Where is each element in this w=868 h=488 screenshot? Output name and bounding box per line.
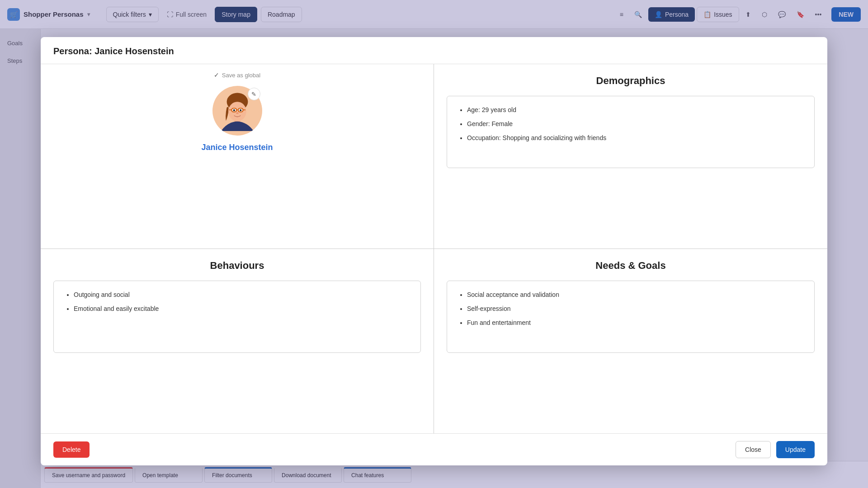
modal-footer: Delete Close Update (41, 433, 827, 465)
identity-quadrant: ✓ Save as global (41, 64, 434, 249)
needs-goals-title: Needs & Goals (447, 260, 815, 272)
avatar-container: ✎ (212, 86, 262, 136)
delete-label: Delete (62, 446, 80, 453)
avatar-edit-button[interactable]: ✎ (248, 88, 260, 100)
list-item: Emotional and easily excitable (74, 304, 410, 314)
list-item: Self-expression (467, 304, 803, 314)
list-item: Fun and entertainment (467, 318, 803, 328)
behaviours-info-box: Outgoing and social Emotional and easily… (53, 281, 421, 353)
update-button[interactable]: Update (776, 441, 815, 458)
modal-header: Persona: Janice Hosenstein (41, 37, 827, 64)
behaviours-title: Behaviours (53, 260, 421, 272)
svg-point-13 (236, 113, 238, 114)
save-global-container: ✓ Save as global (214, 71, 260, 79)
demographics-info-box: Age: 29 years old Gender: Female Occupat… (447, 96, 815, 168)
behaviours-list: Outgoing and social Emotional and easily… (65, 290, 410, 314)
list-item: Age: 29 years old (467, 105, 803, 115)
modal-body: ✓ Save as global (41, 64, 827, 433)
close-label: Close (745, 446, 761, 453)
list-item: Gender: Female (467, 119, 803, 129)
demographics-title: Demographics (447, 75, 815, 87)
demographics-quadrant: Demographics Age: 29 years old Gender: F… (434, 64, 827, 249)
save-global-check-icon: ✓ (214, 71, 219, 79)
update-label: Update (785, 446, 806, 453)
persona-modal: Persona: Janice Hosenstein ✓ Save as glo… (41, 37, 827, 465)
persona-name: Janice Hosenstein (201, 143, 273, 152)
list-item: Social acceptance and validation (467, 290, 803, 300)
footer-right-buttons: Close Update (736, 441, 815, 458)
svg-point-3 (228, 102, 246, 121)
modal-title: Persona: Janice Hosenstein (53, 46, 815, 56)
behaviours-quadrant: Behaviours Outgoing and social Emotional… (41, 249, 434, 434)
save-global-label: Save as global (222, 72, 260, 79)
needs-goals-quadrant: Needs & Goals Social acceptance and vali… (434, 249, 827, 434)
needs-goals-list: Social acceptance and validation Self-ex… (458, 290, 803, 328)
close-button[interactable]: Close (736, 441, 771, 458)
svg-point-6 (233, 109, 235, 112)
delete-button[interactable]: Delete (53, 441, 90, 458)
svg-point-7 (239, 109, 241, 112)
list-item: Outgoing and social (74, 290, 410, 300)
demographics-list: Age: 29 years old Gender: Female Occupat… (458, 105, 803, 143)
list-item: Occupation: Shopping and socializing wit… (467, 133, 803, 143)
needs-goals-info-box: Social acceptance and validation Self-ex… (447, 281, 815, 353)
